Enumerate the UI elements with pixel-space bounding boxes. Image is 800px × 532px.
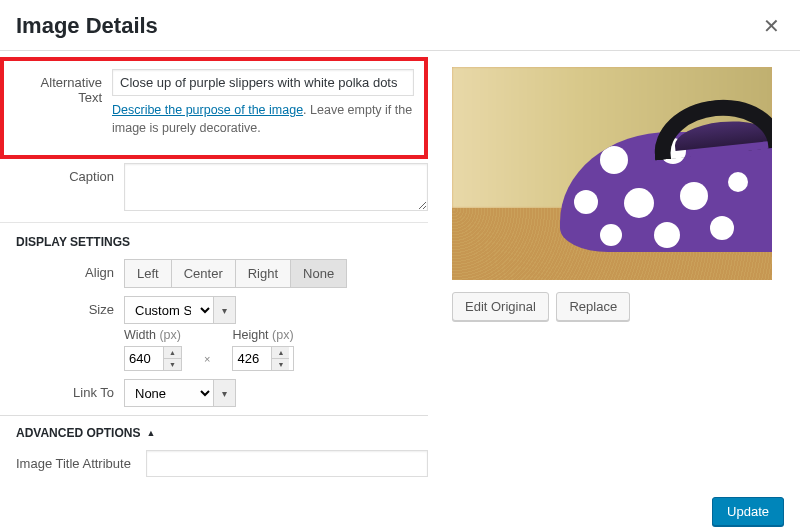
alt-help-text: Describe the purpose of the image. Leave… — [112, 102, 414, 137]
image-preview — [452, 67, 772, 280]
height-stepper[interactable]: ▲▼ — [271, 347, 289, 370]
link-to-select[interactable]: None — [124, 379, 214, 407]
height-input[interactable] — [233, 347, 271, 370]
link-to-label: Link To — [16, 379, 124, 400]
height-label: Height (px) — [232, 328, 293, 342]
align-group: Left Center Right None — [124, 259, 347, 288]
alt-help-link[interactable]: Describe the purpose of the image — [112, 103, 303, 117]
caption-input[interactable] — [124, 163, 428, 211]
modal-title: Image Details — [16, 13, 158, 39]
align-none-button[interactable]: None — [291, 259, 347, 288]
align-left-button[interactable]: Left — [124, 259, 172, 288]
caption-label: Caption — [16, 163, 124, 184]
multiply-icon: × — [202, 353, 212, 371]
width-input[interactable] — [125, 347, 163, 370]
align-right-button[interactable]: Right — [236, 259, 291, 288]
chevron-down-icon[interactable]: ▾ — [214, 379, 236, 407]
width-stepper[interactable]: ▲▼ — [163, 347, 181, 370]
modal-header: Image Details ✕ — [0, 0, 800, 51]
display-settings-heading: DISPLAY SETTINGS — [0, 223, 428, 259]
align-label: Align — [16, 259, 124, 280]
alt-text-label: Alternative Text — [30, 69, 112, 105]
alt-text-input[interactable] — [112, 69, 414, 96]
update-button[interactable]: Update — [712, 497, 784, 526]
title-attr-input[interactable] — [146, 450, 428, 477]
modal-footer: Update — [0, 490, 800, 532]
size-label: Size — [16, 296, 124, 317]
close-icon[interactable]: ✕ — [759, 10, 784, 42]
title-attr-label: Image Title Attribute — [16, 450, 146, 471]
replace-button[interactable]: Replace — [556, 292, 630, 321]
width-label: Width (px) — [124, 328, 182, 342]
edit-original-button[interactable]: Edit Original — [452, 292, 549, 321]
advanced-options-toggle[interactable]: ADVANCED OPTIONS ▲ — [0, 415, 428, 450]
chevron-down-icon[interactable]: ▾ — [214, 296, 236, 324]
alt-text-highlight: Alternative Text Describe the purpose of… — [0, 57, 428, 159]
caret-up-icon: ▲ — [146, 428, 155, 438]
align-center-button[interactable]: Center — [172, 259, 236, 288]
size-select[interactable]: Custom Size — [124, 296, 214, 324]
